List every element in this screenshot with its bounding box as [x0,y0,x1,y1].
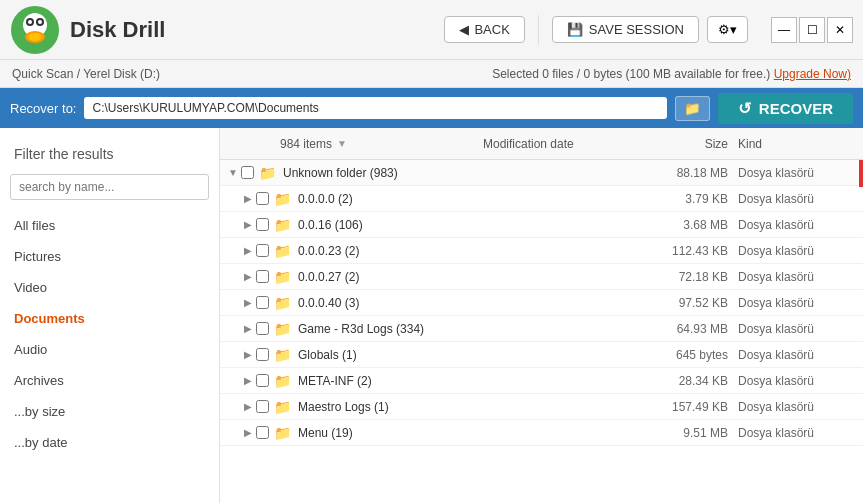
file-name: 0.0.0.23 (2) [298,244,478,258]
file-name: META-INF (2) [298,374,478,388]
folder-icon: 📁 [684,101,701,116]
back-button[interactable]: ◀ BACK [444,16,524,43]
selection-info: Selected 0 files / 0 bytes (100 MB avail… [492,67,770,81]
folder-icon: 📁 [259,165,279,181]
sidebar-item-all-files[interactable]: All files [0,210,219,241]
svg-point-7 [28,33,42,41]
row-checkbox[interactable] [256,296,274,309]
filter-title: Filter the results [0,138,219,170]
row-checkbox[interactable] [256,348,274,361]
file-kind: Dosya klasörü [738,348,858,362]
filelist-header: 984 items ▼ Modification date Size Kind [220,128,863,160]
save-icon: 💾 [567,22,583,37]
file-name: Menu (19) [298,426,478,440]
sidebar-item-by-size[interactable]: ...by size [0,396,219,427]
expand-icon[interactable]: ▶ [240,219,256,230]
file-name: 0.0.0.0 (2) [298,192,478,206]
file-size: 88.18 MB [638,166,738,180]
maximize-button[interactable]: ☐ [799,17,825,43]
file-name: 0.0.16 (106) [298,218,478,232]
table-row[interactable]: ▶ 📁 0.0.0.40 (3) 97.52 KB Dosya klasörü [220,290,863,316]
row-checkbox[interactable] [256,244,274,257]
row-checkbox[interactable] [256,270,274,283]
statusbar-right: Selected 0 files / 0 bytes (100 MB avail… [492,67,851,81]
file-name: 0.0.0.27 (2) [298,270,478,284]
upgrade-link[interactable]: Upgrade Now) [774,67,851,81]
table-row[interactable]: ▼ 📁 Unknown folder (983) 88.18 MB Dosya … [220,160,863,186]
sidebar-item-pictures[interactable]: Pictures [0,241,219,272]
expand-icon[interactable]: ▶ [240,427,256,438]
sort-arrow-icon: ▼ [337,138,347,149]
statusbar: Quick Scan / Yerel Disk (D:) Selected 0 … [0,60,863,88]
table-row[interactable]: ▶ 📁 Globals (1) 645 bytes Dosya klasörü [220,342,863,368]
expand-icon[interactable]: ▼ [225,167,241,178]
folder-icon: 📁 [274,373,294,389]
folder-icon: 📁 [274,295,294,311]
row-checkbox[interactable] [241,166,259,179]
file-name: Game - R3d Logs (334) [298,322,478,336]
expand-icon[interactable]: ▶ [240,401,256,412]
table-row[interactable]: ▶ 📁 0.0.16 (106) 3.68 MB Dosya klasörü [220,212,863,238]
main-content: Filter the results All files Pictures Vi… [0,128,863,503]
search-input[interactable] [10,174,209,200]
col-size-header[interactable]: Size [638,137,738,151]
file-kind: Dosya klasörü [738,192,858,206]
recover-path-input[interactable] [84,97,666,119]
file-size: 645 bytes [638,348,738,362]
file-kind: Dosya klasörü [738,166,858,180]
file-name: Unknown folder (983) [283,166,478,180]
recover-button[interactable]: ↺ RECOVER [718,93,853,124]
table-row[interactable]: ▶ 📁 0.0.0.23 (2) 112.43 KB Dosya klasörü [220,238,863,264]
col-name-header: 984 items ▼ [225,137,478,151]
gear-button[interactable]: ⚙▾ [707,16,748,43]
expand-icon[interactable]: ▶ [240,297,256,308]
file-name: 0.0.0.40 (3) [298,296,478,310]
save-session-button[interactable]: 💾 SAVE SESSION [552,16,699,43]
app-logo [10,5,60,55]
file-kind: Dosya klasörü [738,296,858,310]
filelist-body[interactable]: ▼ 📁 Unknown folder (983) 88.18 MB Dosya … [220,160,863,503]
minimize-button[interactable]: — [771,17,797,43]
file-name: Globals (1) [298,348,478,362]
folder-icon: 📁 [274,321,294,337]
file-size: 112.43 KB [638,244,738,258]
expand-icon[interactable]: ▶ [240,375,256,386]
folder-icon: 📁 [274,217,294,233]
sidebar-item-video[interactable]: Video [0,272,219,303]
row-checkbox[interactable] [256,426,274,439]
table-row[interactable]: ▶ 📁 Game - R3d Logs (334) 64.93 MB Dosya… [220,316,863,342]
separator [538,15,539,45]
expand-icon[interactable]: ▶ [240,323,256,334]
table-row[interactable]: ▶ 📁 META-INF (2) 28.34 KB Dosya klasörü [220,368,863,394]
sidebar-item-archives[interactable]: Archives [0,365,219,396]
table-row[interactable]: ▶ 📁 0.0.0.0 (2) 3.79 KB Dosya klasörü [220,186,863,212]
sidebar-item-documents[interactable]: Documents [0,303,219,334]
folder-icon: 📁 [274,399,294,415]
close-button[interactable]: ✕ [827,17,853,43]
sidebar-item-audio[interactable]: Audio [0,334,219,365]
recover-icon: ↺ [738,99,751,118]
table-row[interactable]: ▶ 📁 Maestro Logs (1) 157.49 KB Dosya kla… [220,394,863,420]
folder-icon: 📁 [274,269,294,285]
titlebar-controls: ◀ BACK 💾 SAVE SESSION ⚙▾ — ☐ ✕ [444,15,853,45]
file-size: 3.68 MB [638,218,738,232]
table-row[interactable]: ▶ 📁 0.0.0.27 (2) 72.18 KB Dosya klasörü [220,264,863,290]
expand-icon[interactable]: ▶ [240,193,256,204]
row-checkbox[interactable] [256,400,274,413]
file-size: 9.51 MB [638,426,738,440]
expand-icon[interactable]: ▶ [240,271,256,282]
file-size: 157.49 KB [638,400,738,414]
expand-icon[interactable]: ▶ [240,349,256,360]
sidebar: Filter the results All files Pictures Vi… [0,128,220,503]
expand-icon[interactable]: ▶ [240,245,256,256]
table-row[interactable]: ▶ 📁 Menu (19) 9.51 MB Dosya klasörü [220,420,863,446]
row-checkbox[interactable] [256,192,274,205]
col-date-header[interactable]: Modification date [478,137,638,151]
row-checkbox[interactable] [256,374,274,387]
row-checkbox[interactable] [256,218,274,231]
browse-folder-button[interactable]: 📁 [675,96,710,121]
col-kind-header[interactable]: Kind [738,137,858,151]
row-checkbox[interactable] [256,322,274,335]
breadcrumb: Quick Scan / Yerel Disk (D:) [12,67,160,81]
sidebar-item-by-date[interactable]: ...by date [0,427,219,458]
